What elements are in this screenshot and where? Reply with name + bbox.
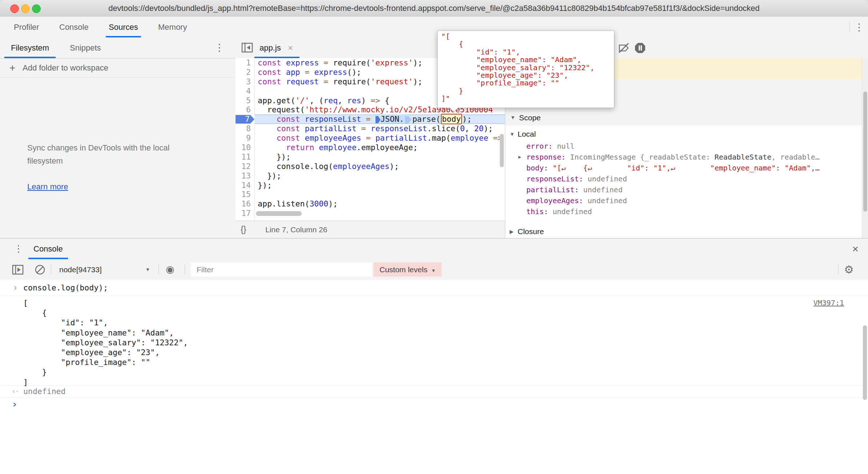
code-line-9: const employeeAges = partialList.map(emp… [255,133,505,143]
main-tab-profiler[interactable]: Profiler [14,17,39,37]
scope-closure-row[interactable]: ▶ Closure [505,226,862,237]
pause-on-exceptions-icon[interactable] [634,42,646,54]
scope-entry-employeeAges[interactable]: employeeAges: undefined [505,195,862,206]
line-number[interactable]: 12 [236,162,254,171]
main-tab-sources[interactable]: Sources [109,17,138,37]
scope-label: Scope [519,110,541,125]
add-folder-button[interactable]: + Add folder to workspace [0,58,236,78]
custom-levels-dropdown[interactable]: Custom levels▼ [374,262,442,277]
scope-entry-error[interactable]: error: null [505,141,862,152]
scope-entry-responseList[interactable]: responseList: undefined [505,173,862,184]
line-number[interactable]: 5 [236,96,254,105]
main-tab-memory[interactable]: Memory [158,17,187,37]
line-number[interactable]: 17 [236,209,254,218]
line-number[interactable]: 8 [236,124,254,133]
main-tab-console[interactable]: Console [59,17,89,37]
console-filter-input[interactable] [191,262,372,277]
execution-context-selector[interactable]: node[94733] [59,259,102,280]
pretty-print-icon[interactable]: {} [241,221,246,238]
line-number[interactable]: 4 [236,87,254,96]
expand-triangle-icon[interactable]: ▶ [518,152,521,162]
editor-tab-appjs[interactable]: app.js × [254,37,316,58]
line-number[interactable]: 14 [236,181,254,190]
scope-body: ▼ Local error: null▶response: IncomingMe… [505,125,862,238]
line-number[interactable]: 11 [236,152,254,162]
code-line-10: return employee.employeeAge; [255,143,505,152]
navigator-more-icon[interactable]: ⋮ [214,43,224,53]
execution-line-number[interactable]: 7 [236,115,254,124]
sidebar-scrollbar-thumb[interactable] [863,92,867,212]
window-title: devtools://devtools/bundled/js_app.html?… [0,0,868,17]
more-options-icon[interactable]: ⋮ [854,23,864,32]
line-number[interactable]: 1 [236,58,254,68]
navigator-pane: FilesystemSnippets ⋮ + Add folder to wor… [0,37,236,238]
collapse-triangle-icon: ▼ [510,128,515,140]
scope-entry-partialList[interactable]: partialList: undefined [505,184,862,195]
navigator-tab-filesystem[interactable]: Filesystem [11,37,49,58]
closure-label: Closure [518,226,544,237]
source-link[interactable]: VM397:1 [813,298,844,308]
editor-scrollbar[interactable] [500,134,504,167]
cursor-position: Line 7, Column 26 [265,221,327,238]
console-scrollbar-thumb[interactable] [863,325,867,400]
learn-more-link[interactable]: Learn more [27,182,68,192]
editor-tab-label: app.js [260,37,281,58]
caret-down-icon: ▼ [431,268,436,273]
step-marker-icon [375,116,381,123]
editor-status-bar: {} Line 7, Column 26 [236,221,505,238]
context-caret-icon[interactable]: ▼ [145,259,150,280]
variable-value-tooltip: "[ { "id": "1", "employee_name": "Adam",… [437,31,614,108]
console-settings-gear-icon[interactable]: ⚙ [844,259,854,280]
console-output: [ { "id": "1", "employee_name": "Adam", … [23,298,188,387]
toolbar-divider [838,265,839,275]
prompt-chevron-icon: › [12,397,17,411]
show-console-sidebar-icon[interactable] [12,264,24,275]
scope-entry-response[interactable]: ▶response: IncomingMessage {_readableSta… [505,152,862,162]
tab-console[interactable]: Console [33,238,63,259]
console-toolbar: node[94733] ▼ ◉ Custom levels▼ ⚙ [0,259,868,280]
clear-console-icon[interactable] [34,264,46,276]
collapse-triangle-icon: ▼ [510,110,515,125]
scope-entry-text: this: undefined [526,206,861,217]
line-number-gutter[interactable]: 1234567891011121314151617 [236,58,255,221]
console-tab-label: Console [33,244,63,253]
hide-navigator-icon[interactable] [241,42,253,53]
code-line-14: }); [255,181,505,190]
scope-entry-text: body: "[↵ {↵ "id": "1",↵ "employee_name"… [526,162,861,173]
line-number[interactable]: 2 [236,68,254,77]
scope-local-row[interactable]: ▼ Local [505,128,862,140]
line-number[interactable]: 6 [236,105,254,115]
main-tab-bar: ProfilerConsoleSourcesMemory ⋮ [0,17,868,38]
close-tab-icon[interactable]: × [288,37,293,58]
line-number[interactable]: 13 [236,171,254,181]
deactivate-breakpoints-icon[interactable] [617,41,630,55]
drawer-tab-bar: ⋮ Console × [0,238,868,260]
line-number[interactable]: 16 [236,199,254,209]
code-line-13: }); [255,171,505,181]
scope-section-header[interactable]: ▼ Scope [505,110,868,126]
line-number[interactable]: 15 [236,190,254,199]
add-folder-label: Add folder to workspace [23,58,108,77]
line-number[interactable]: 10 [236,143,254,152]
console-output-row: [ { "id": "1", "employee_name": "Adam", … [0,296,868,386]
console-command-row: › console.log(body); [0,280,868,296]
close-drawer-icon[interactable]: × [852,238,859,259]
scope-entry-this[interactable]: this: undefined [505,206,862,217]
tooltip-value: "[ { "id": "1", "employee_name": "Adam",… [438,31,614,105]
navigator-tab-snippets[interactable]: Snippets [70,37,101,58]
scope-entry-text: responseList: undefined [526,173,861,184]
paused-token: JSON. [381,115,404,124]
line-number[interactable]: 9 [236,133,254,143]
toolbar-divider [158,265,159,275]
live-expression-icon[interactable]: ◉ [166,259,174,280]
console-messages[interactable]: › console.log(body); [ { "id": "1", "emp… [0,280,868,474]
drawer-menu-icon[interactable]: ⋮ [14,238,23,259]
toolbar-divider [849,22,850,33]
console-prompt-row[interactable]: › [0,397,868,411]
line-number[interactable]: 3 [236,77,254,87]
scope-entry-body[interactable]: body: "[↵ {↵ "id": "1",↵ "employee_name"… [505,162,862,173]
devtools-window: devtools://devtools/bundled/js_app.html?… [0,0,868,474]
sidebar-scrollbar-track[interactable] [862,58,868,238]
horizontal-scrollbar[interactable] [256,211,302,216]
code-line-15 [255,190,505,199]
